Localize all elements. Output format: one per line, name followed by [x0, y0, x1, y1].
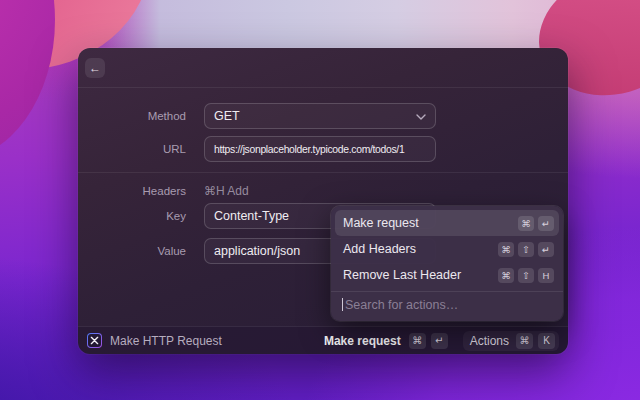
url-label: URL — [78, 143, 186, 155]
actions-search — [331, 291, 563, 317]
shortcut-keys: ⌘ ↵ — [518, 216, 554, 231]
actions-button[interactable]: Actions ⌘ K — [463, 331, 559, 351]
k-key-icon: K — [538, 333, 555, 349]
text-cursor — [342, 298, 343, 311]
header-value-value: application/json — [214, 244, 300, 258]
primary-action-label[interactable]: Make request — [324, 334, 401, 348]
key-label: Key — [78, 210, 186, 222]
value-label: Value — [78, 245, 186, 257]
actions-button-label: Actions — [470, 334, 509, 348]
command-key-icon: ⌘ — [498, 242, 514, 257]
http-request-extension-icon — [87, 333, 102, 348]
method-value: GET — [214, 109, 240, 123]
command-key-icon: ⌘ — [498, 268, 514, 283]
return-key-icon: ↵ — [538, 242, 554, 257]
popup-item-label: Remove Last Header — [343, 268, 498, 282]
popup-item-make-request[interactable]: Make request ⌘ ↵ — [335, 210, 559, 236]
method-select[interactable]: GET — [204, 103, 436, 129]
actions-popup: Make request ⌘ ↵ Add Headers ⌘ ⇧ ↵ Remov… — [331, 206, 563, 321]
popup-item-label: Make request — [343, 216, 518, 230]
return-key-icon: ↵ — [538, 216, 554, 231]
footer-actions: Make request ⌘ ↵ Actions ⌘ K — [324, 331, 559, 351]
shift-key-icon: ⇧ — [518, 268, 534, 283]
desktop: ← Method GET URL https://jsonplaceholder… — [0, 0, 640, 400]
headers-label: Headers — [78, 185, 186, 197]
method-row: Method GET — [78, 103, 568, 129]
command-key-icon: ⌘ — [518, 216, 534, 231]
popup-item-remove-last-header[interactable]: Remove Last Header ⌘ ⇧ H — [335, 262, 559, 288]
shift-key-icon: ⇧ — [518, 242, 534, 257]
extension-title: Make HTTP Request — [110, 334, 222, 348]
back-arrow-icon: ← — [89, 61, 101, 75]
actions-search-input[interactable] — [345, 298, 552, 312]
chevron-down-icon — [416, 109, 426, 123]
command-key-icon: ⌘ — [409, 333, 426, 349]
window-header: ← — [78, 48, 568, 88]
add-header-shortcut-hint[interactable]: ⌘H Add — [204, 184, 249, 198]
headers-row: Headers ⌘H Add — [78, 184, 568, 198]
footer-bar: Make HTTP Request Make request ⌘ ↵ Actio… — [78, 326, 568, 354]
form-divider — [78, 172, 568, 173]
popup-item-label: Add Headers — [343, 242, 498, 256]
command-key-icon: ⌘ — [516, 333, 533, 349]
shortcut-keys: ⌘ ⇧ ↵ — [498, 242, 554, 257]
url-value: https://jsonplaceholder.typicode.com/tod… — [214, 144, 404, 155]
shortcut-keys: ⌘ ⇧ H — [498, 268, 554, 283]
return-key-icon: ↵ — [431, 333, 448, 349]
method-label: Method — [78, 110, 186, 122]
url-row: URL https://jsonplaceholder.typicode.com… — [78, 136, 568, 162]
h-key-icon: H — [538, 268, 554, 283]
header-key-value: Content-Type — [214, 209, 289, 223]
url-input[interactable]: https://jsonplaceholder.typicode.com/tod… — [204, 136, 436, 162]
popup-item-add-headers[interactable]: Add Headers ⌘ ⇧ ↵ — [335, 236, 559, 262]
back-button[interactable]: ← — [85, 58, 105, 78]
